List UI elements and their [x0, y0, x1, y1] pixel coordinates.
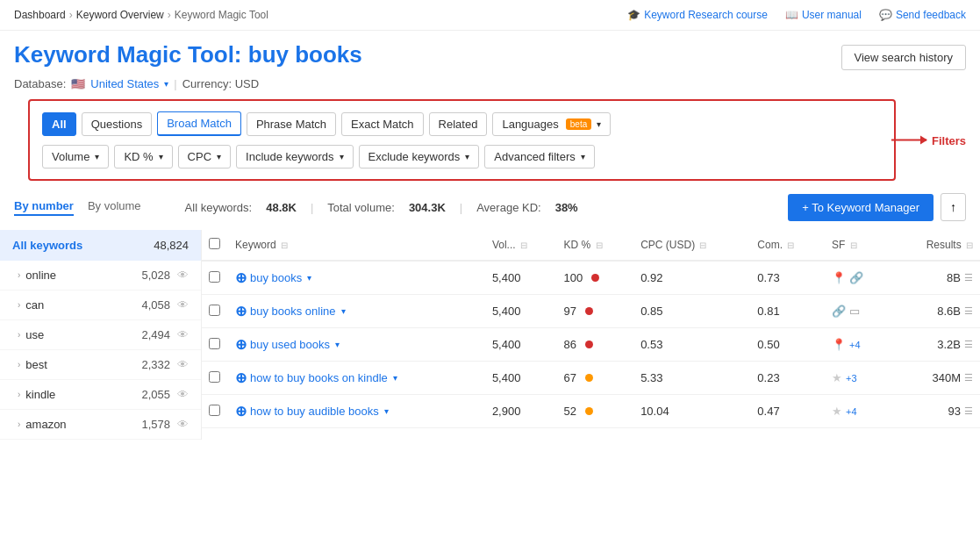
sf-cell: 📍 🔗 — [825, 261, 891, 295]
keyword-link[interactable]: how to buy audible books — [250, 405, 379, 418]
cpc-cell: 0.92 — [633, 261, 750, 295]
kd-indicator — [585, 341, 593, 348]
sidebar-item-count: 2,332 — [141, 358, 170, 371]
eye-icon[interactable]: 👁 — [177, 358, 189, 371]
sidebar-item-count: 2,055 — [141, 388, 170, 401]
table-section: Keyword ⊟ Vol... ⊟ KD % ⊟ CPC (USD) ⊟ Co… — [202, 230, 980, 440]
keyword-research-course-link[interactable]: 🎓 Keyword Research course — [627, 9, 768, 21]
filter-languages-button[interactable]: Languages beta ▾ — [492, 112, 611, 136]
stats-row: By number By volume All keywords: 48.8K … — [0, 181, 980, 230]
cpc-filter-button[interactable]: CPC ▾ — [178, 145, 231, 169]
sidebar-item-amazon[interactable]: › amazon 1,578 👁 — [0, 410, 201, 440]
filter-exact-match-button[interactable]: Exact Match — [341, 112, 424, 136]
eye-icon[interactable]: 👁 — [177, 388, 189, 401]
chevron-down-icon: ▾ — [465, 152, 469, 161]
sidebar-item-online[interactable]: › online 5,028 👁 — [0, 261, 201, 290]
add-keyword-icon[interactable]: ⊕ — [235, 269, 247, 286]
chevron-down-icon[interactable]: ▾ — [307, 273, 311, 283]
row-checkbox[interactable] — [209, 271, 220, 283]
beta-badge: beta — [566, 118, 591, 130]
tab-by-volume[interactable]: By volume — [88, 199, 141, 216]
sf-cell: ★ +4 — [825, 395, 891, 428]
eye-icon[interactable]: 👁 — [177, 328, 189, 341]
eye-icon[interactable]: 👁 — [177, 269, 189, 282]
sidebar-item-best[interactable]: › best 2,332 👁 — [0, 350, 201, 380]
col-cpc: CPC (USD) ⊟ — [633, 230, 750, 261]
breadcrumb-dashboard[interactable]: Dashboard — [14, 9, 66, 21]
table-header-row: Keyword ⊟ Vol... ⊟ KD % ⊟ CPC (USD) ⊟ Co… — [202, 230, 980, 261]
keyword-link[interactable]: buy used books — [250, 338, 330, 351]
include-keywords-button[interactable]: Include keywords ▾ — [236, 145, 353, 169]
eye-icon[interactable]: 👁 — [177, 298, 189, 312]
kd-indicator — [585, 307, 593, 315]
main-content: All keywords 48,824 › online 5,028 👁 › c… — [0, 230, 980, 440]
advanced-filters-button[interactable]: Advanced filters ▾ — [484, 145, 595, 169]
volume-cell: 5,400 — [485, 261, 557, 295]
breadcrumb-right: 🎓 Keyword Research course 📖 User manual … — [627, 9, 966, 21]
filter-questions-button[interactable]: Questions — [82, 112, 153, 136]
chevron-down-icon[interactable]: ▾ — [393, 373, 397, 383]
chevron-right-icon: › — [18, 270, 20, 280]
keyword-link[interactable]: buy books — [250, 271, 302, 284]
keyword-link[interactable]: buy books online — [250, 305, 336, 318]
volume-cell: 5,400 — [485, 328, 557, 362]
row-checkbox[interactable] — [209, 305, 220, 316]
list-icon: ☰ — [964, 272, 973, 283]
total-volume-value: 304.3K — [409, 201, 446, 214]
filter-phrase-match-button[interactable]: Phrase Match — [247, 112, 336, 136]
kd-cell: 97 — [557, 295, 634, 328]
stats-left: By number By volume All keywords: 48.8K … — [14, 199, 578, 216]
sidebar-item-kindle[interactable]: › kindle 2,055 👁 — [0, 380, 201, 410]
results-cell: 8.6B ☰ — [891, 295, 980, 328]
send-feedback-link[interactable]: 💬 Send feedback — [879, 9, 966, 21]
pin-icon: 📍 — [832, 271, 846, 284]
sidebar-item-can[interactable]: › can 4,058 👁 — [0, 290, 201, 320]
sidebar-item-count: 4,058 — [141, 298, 170, 312]
stats-numbers: All keywords: 48.8K | Total volume: 304.… — [185, 201, 578, 214]
com-cell: 0.81 — [750, 295, 825, 328]
chevron-down-icon[interactable]: ▾ — [335, 340, 340, 349]
add-keyword-icon[interactable]: ⊕ — [235, 336, 247, 353]
chevron-right-icon: › — [18, 390, 20, 399]
chevron-down-icon: ▾ — [164, 79, 168, 89]
row-checkbox[interactable] — [209, 338, 220, 349]
volume-filter-button[interactable]: Volume ▾ — [42, 145, 109, 169]
user-manual-link[interactable]: 📖 User manual — [785, 9, 862, 21]
add-keyword-icon[interactable]: ⊕ — [235, 369, 247, 386]
row-checkbox[interactable] — [209, 405, 220, 416]
filter-related-button[interactable]: Related — [429, 112, 488, 136]
chevron-down-icon: ▾ — [597, 119, 601, 129]
breadcrumb-keyword-overview[interactable]: Keyword Overview — [76, 9, 164, 21]
to-keyword-manager-button[interactable]: + To Keyword Manager — [788, 194, 934, 221]
eye-icon[interactable]: 👁 — [177, 418, 189, 431]
breadcrumb-current: Keyword Magic Tool — [175, 9, 268, 21]
list-icon: ☰ — [964, 339, 973, 350]
results-cell: 8B ☰ — [891, 261, 980, 295]
exclude-keywords-button[interactable]: Exclude keywords ▾ — [359, 145, 480, 169]
database-country-link[interactable]: United States ▾ — [90, 77, 168, 90]
kd-filter-button[interactable]: KD % ▾ — [114, 145, 172, 169]
row-checkbox[interactable] — [209, 371, 220, 383]
keyword-cell: ⊕ buy used books ▾ — [228, 328, 485, 362]
filter-all-button[interactable]: All — [42, 112, 76, 136]
add-keyword-icon[interactable]: ⊕ — [235, 303, 247, 319]
tab-by-number[interactable]: By number — [14, 199, 74, 216]
export-button[interactable]: ↑ — [941, 193, 966, 221]
select-all-checkbox-col — [202, 230, 228, 261]
sidebar-item-use[interactable]: › use 2,494 👁 — [0, 320, 201, 350]
volume-cell: 2,900 — [485, 395, 557, 428]
row-checkbox-cell — [202, 328, 228, 362]
col-kd: KD % ⊟ — [557, 230, 634, 261]
keyword-link[interactable]: how to buy books on kindle — [250, 371, 388, 384]
avg-kd-label: Average KD: — [476, 201, 540, 214]
chevron-down-icon[interactable]: ▾ — [341, 306, 346, 316]
col-results: Results ⊟ — [891, 230, 980, 261]
filter-broad-match-button[interactable]: Broad Match — [157, 111, 241, 136]
page-header: Keyword Magic Tool: buy books View searc… — [0, 31, 980, 74]
select-all-checkbox[interactable] — [209, 238, 220, 249]
table-row: ⊕ buy books ▾ 5,400 100 0.92 0.73 📍 — [202, 261, 980, 295]
chevron-down-icon[interactable]: ▾ — [384, 406, 389, 416]
chevron-down-icon: ▾ — [159, 152, 163, 161]
add-keyword-icon[interactable]: ⊕ — [235, 403, 247, 420]
view-search-history-button[interactable]: View search history — [841, 45, 966, 70]
